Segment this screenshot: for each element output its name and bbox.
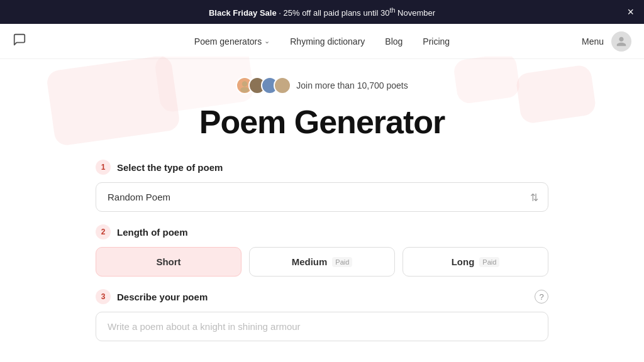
step2-label: Length of poem	[117, 227, 188, 238]
banner-sale-label: Black Friday Sale	[209, 8, 277, 18]
navbar-right: Menu	[582, 31, 631, 52]
nav-rhyming-dictionary[interactable]: Rhyming dictionary	[290, 36, 365, 47]
length-short-label: Short	[156, 256, 180, 267]
promo-banner: Black Friday Sale · 25% off all paid pla…	[0, 0, 644, 24]
user-avatar[interactable]	[611, 31, 631, 52]
poem-form: 1 Select the type of poem Random Poem So…	[96, 160, 548, 341]
nav-center: Poem generators ⌄ Rhyming dictionary Blo…	[194, 36, 450, 47]
poets-join-text: Join more than 10,700 poets	[296, 80, 408, 90]
banner-body: · 25% off all paid plans until 30	[279, 8, 389, 18]
step1-label: Select the type of poem	[117, 162, 223, 173]
svg-point-6	[280, 81, 286, 87]
svg-point-5	[265, 87, 274, 93]
nav-poem-generators[interactable]: Poem generators ⌄	[194, 36, 270, 47]
help-icon[interactable]: ?	[535, 290, 548, 304]
svg-point-1	[240, 87, 249, 93]
navbar: Poem generators ⌄ Rhyming dictionary Blo…	[0, 24, 644, 59]
nav-blog[interactable]: Blog	[385, 36, 402, 47]
length-long-label: Long	[452, 256, 475, 267]
page-title: Poem Generator	[199, 103, 445, 141]
length-section: 2 Length of poem Short Medium Paid Long …	[96, 224, 548, 277]
step2-number: 2	[96, 224, 111, 239]
poets-row: Join more than 10,700 poets	[236, 77, 408, 94]
svg-point-7	[278, 87, 287, 93]
step1-number: 1	[96, 160, 111, 175]
step3-header: 3 Describe your poem ?	[96, 289, 548, 304]
poem-type-wrapper: Random Poem Sonnet Haiku Limerick Free V…	[96, 182, 548, 212]
poets-avatars	[236, 77, 291, 94]
nav-pricing[interactable]: Pricing	[423, 36, 450, 47]
banner-text: Black Friday Sale · 25% off all paid pla…	[209, 6, 435, 18]
step1-header: 1 Select the type of poem	[96, 160, 548, 175]
step3-left: 3 Describe your poem	[96, 289, 208, 304]
length-medium-button[interactable]: Medium Paid	[249, 247, 395, 277]
chevron-down-icon: ⌄	[264, 37, 270, 45]
svg-point-3	[253, 87, 262, 93]
banner-suffix: November	[395, 8, 435, 18]
describe-input[interactable]	[96, 312, 548, 341]
svg-point-2	[255, 81, 260, 87]
medium-paid-badge: Paid	[332, 257, 352, 267]
step3-label: Describe your poem	[117, 292, 208, 302]
poem-type-select[interactable]: Random Poem Sonnet Haiku Limerick Free V…	[96, 182, 548, 212]
main-content: Join more than 10,700 poets Poem Generat…	[0, 59, 644, 341]
length-medium-label: Medium	[292, 256, 328, 267]
chat-icon[interactable]	[13, 33, 26, 50]
banner-close-button[interactable]: ×	[627, 6, 634, 18]
svg-point-0	[242, 81, 248, 87]
length-long-button[interactable]: Long Paid	[402, 247, 548, 277]
poet-avatar-4	[274, 77, 291, 94]
svg-point-4	[267, 81, 273, 87]
length-short-button[interactable]: Short	[96, 247, 242, 277]
menu-button[interactable]: Menu	[582, 36, 604, 47]
step3-number: 3	[96, 289, 111, 304]
step2-header: 2 Length of poem	[96, 224, 548, 239]
step3-section: 3 Describe your poem ?	[96, 289, 548, 341]
long-paid-badge: Paid	[479, 257, 499, 267]
length-buttons: Short Medium Paid Long Paid	[96, 247, 548, 277]
